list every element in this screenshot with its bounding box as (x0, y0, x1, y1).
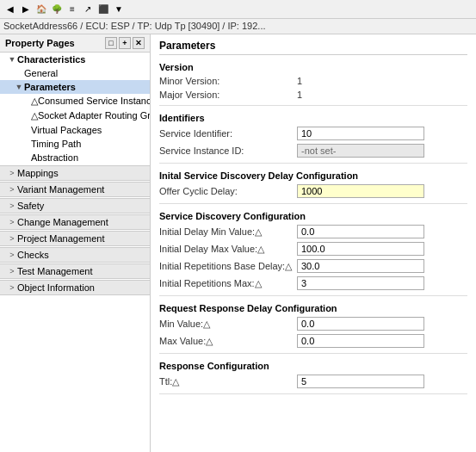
field-label: Minor Version: (159, 76, 297, 86)
collapse-all-icon[interactable]: □ (105, 37, 117, 49)
tree-item-virtual[interactable]: Virtual Packages (0, 123, 150, 137)
expand-icon-parameters: ▼ (14, 83, 24, 91)
tree-label-variant: Variant Management (17, 184, 104, 195)
field-row: Initial Repetitions Max:△ (159, 276, 467, 290)
field-input[interactable] (297, 276, 424, 290)
tree-item-timing[interactable]: Timing Path (0, 137, 150, 151)
section-title-version: Version (159, 62, 467, 72)
main-layout: Property Pages □ + ✕ ▼CharacteristicsGen… (0, 34, 476, 452)
field-row: Initial Delay Max Value:△ (159, 242, 467, 256)
tree: ▼CharacteristicsGeneral▼Parameters△Consu… (0, 53, 150, 452)
tree-label-consumed: △Consumed Service Instances (31, 96, 150, 107)
list-icon[interactable]: ≡ (65, 3, 79, 16)
tree-label-object: Object Information (17, 282, 95, 293)
field-input[interactable] (297, 317, 424, 331)
section-version: VersionMinor Version:1Major Version:1 (159, 62, 467, 106)
field-input[interactable] (297, 375, 424, 388)
section-divider (159, 163, 467, 164)
tree-icon[interactable]: 🌳 (50, 3, 64, 16)
expand-icon-safety: > (7, 201, 17, 210)
section-divider (159, 105, 467, 106)
tree-item-socket[interactable]: △Socket Adapter Routing Groups (0, 108, 150, 123)
field-label: Initial Repetitions Base Delay:△ (159, 261, 297, 272)
tree-item-consumed[interactable]: △Consumed Service Instances (0, 94, 150, 108)
tree-label-abstraction: Abstraction (31, 152, 78, 163)
field-row: Initial Repetitions Base Delay:△ (159, 259, 467, 273)
tree-item-abstraction[interactable]: Abstraction (0, 151, 150, 164)
tree-item-checks[interactable]: >Checks (0, 247, 150, 263)
home-icon[interactable]: 🏠 (34, 3, 48, 16)
field-row: Major Version:1 (159, 90, 467, 100)
tree-label-general: General (24, 68, 58, 78)
field-input[interactable] (297, 334, 424, 348)
section-response-config: Response ConfigurationTtl:△ (159, 361, 467, 394)
section-divider (159, 203, 467, 204)
tree-item-safety[interactable]: >Safety (0, 198, 150, 214)
panel-header: Property Pages □ + ✕ (0, 34, 150, 53)
right-panel: Parameters VersionMinor Version:1Major V… (151, 34, 476, 452)
tree-item-change[interactable]: >Change Management (0, 214, 150, 230)
breadcrumb: SocketAddress66 / ECU: ESP / TP: Udp Tp … (0, 19, 476, 34)
forward-icon[interactable]: ▶ (19, 3, 33, 16)
tree-label-change: Change Management (17, 217, 108, 227)
field-label: Initial Delay Min Value:△ (159, 226, 297, 238)
arrow-icon[interactable]: ↗ (81, 3, 95, 16)
left-panel: Property Pages □ + ✕ ▼CharacteristicsGen… (0, 34, 151, 452)
tree-item-characteristics[interactable]: ▼Characteristics (0, 53, 150, 66)
tree-label-parameters: Parameters (24, 82, 76, 92)
field-label: Offer Cyclic Delay: (159, 186, 297, 196)
tree-label-test: Test Management (17, 266, 92, 276)
field-input[interactable] (297, 225, 424, 238)
section-title-request-response: Request Response Delay Configuration (159, 303, 467, 313)
field-label: Service Identifier: (159, 128, 297, 139)
section-title-identifiers: Identifiers (159, 113, 467, 123)
tree-item-variant[interactable]: >Variant Management (0, 182, 150, 197)
tree-label-mappings: Mappings (17, 168, 59, 178)
tree-label-safety: Safety (17, 201, 44, 211)
filter-icon[interactable]: ▼ (112, 3, 126, 16)
back-icon[interactable]: ◀ (3, 3, 17, 16)
tree-item-test[interactable]: >Test Management (0, 263, 150, 279)
expand-icon-mappings: > (7, 169, 17, 177)
section-divider (159, 353, 467, 354)
field-input-highlight[interactable] (297, 184, 424, 198)
field-label: Max Value:△ (159, 336, 297, 347)
expand-icon-change: > (7, 218, 17, 226)
panel-header-icons: □ + ✕ (105, 37, 145, 49)
tree-item-object[interactable]: >Object Information (0, 280, 150, 295)
expand-icon-checks: > (7, 251, 17, 259)
tree-item-general[interactable]: General (0, 66, 150, 80)
tree-item-project[interactable]: >Project Management (0, 231, 150, 246)
field-row: Ttl:△ (159, 375, 467, 388)
field-row: Max Value:△ (159, 334, 467, 348)
tree-label-checks: Checks (17, 250, 49, 260)
field-input[interactable] (297, 259, 424, 273)
tree-item-parameters[interactable]: ▼Parameters (0, 80, 150, 94)
field-row: Offer Cyclic Delay: (159, 184, 467, 198)
tree-label-timing: Timing Path (31, 139, 81, 149)
expand-icon-variant: > (7, 185, 17, 194)
field-input[interactable] (297, 127, 424, 140)
field-value: 1 (297, 90, 302, 100)
box-icon[interactable]: ⬛ (96, 3, 110, 16)
expand-icon-project: > (7, 234, 17, 243)
expand-icon-characteristics: ▼ (7, 55, 17, 64)
expand-icon-test: > (7, 267, 17, 276)
section-title-response-config: Response Configuration (159, 361, 467, 371)
field-row: Initial Delay Min Value:△ (159, 225, 467, 238)
section-identifiers: IdentifiersService Identifier:Service In… (159, 113, 467, 164)
field-label: Initial Repetitions Max:△ (159, 278, 297, 289)
section-service-discovery: Service Discovery ConfigurationInitial D… (159, 211, 467, 296)
field-row: Minor Version:1 (159, 76, 467, 86)
field-input[interactable] (297, 242, 424, 256)
section-divider (159, 295, 467, 296)
field-value: 1 (297, 76, 302, 86)
panel-title: Property Pages (5, 38, 75, 48)
expand-all-icon[interactable]: + (119, 37, 131, 49)
field-label: Ttl:△ (159, 376, 297, 387)
tree-item-mappings[interactable]: >Mappings (0, 165, 150, 181)
close-panel-icon[interactable]: ✕ (133, 37, 145, 49)
field-label: Initial Delay Max Value:△ (159, 244, 297, 255)
field-input-disabled[interactable] (297, 144, 424, 158)
expand-icon-object: > (7, 283, 17, 292)
